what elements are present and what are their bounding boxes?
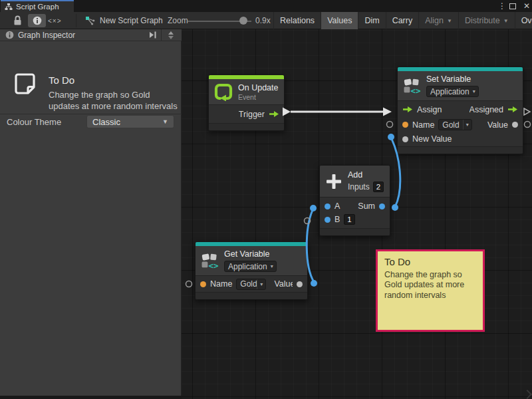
node-add[interactable]: Add Inputs 2 A Sum B 1 <box>319 165 390 236</box>
tab-bar: Script Graph ⋮ ✕ <box>0 0 532 12</box>
name-input-port[interactable] <box>402 122 408 128</box>
toolbar-button-group: Relations Values Dim Carry Align ▼ Distr… <box>273 12 532 29</box>
graph-inspector-panel: Graph Inspector To Do Change the graph s… <box>0 29 182 396</box>
chevron-down-icon: ▼ <box>162 118 168 125</box>
node-on-update[interactable]: On Update Event Trigger <box>208 74 285 131</box>
flow-arrow-icon[interactable] <box>402 106 413 113</box>
colour-theme-select[interactable]: Classic ▼ <box>86 115 174 128</box>
lock-icon[interactable] <box>13 12 22 29</box>
value-output-label: Value <box>487 120 508 130</box>
name-value-dropdown[interactable]: Gold ▾ <box>438 119 471 130</box>
graph-node-icon <box>85 16 96 25</box>
toolbar-divider <box>76 14 76 27</box>
header-divider <box>161 29 162 41</box>
sticky-note-title: To Do <box>384 256 476 267</box>
name-label: Name <box>412 120 434 130</box>
sticky-note[interactable]: To Do Change the graph so Gold updates a… <box>376 249 485 332</box>
scroll-down-icon[interactable] <box>168 36 174 39</box>
chevron-down-icon: ▾ <box>257 279 265 289</box>
inputs-label: Inputs <box>348 182 370 192</box>
scope-value: Application <box>427 87 473 96</box>
dim-button[interactable]: Dim <box>358 12 385 29</box>
assigned-port-label: Assigned <box>469 105 503 114</box>
new-script-graph-button[interactable]: New Script Graph <box>85 12 163 29</box>
relations-button[interactable]: Relations <box>273 12 321 29</box>
info-icon <box>33 16 42 25</box>
overview-button[interactable]: Overview <box>515 12 532 29</box>
window-close-icon[interactable]: ✕ <box>521 0 532 12</box>
value-output-port[interactable] <box>512 122 518 128</box>
zoom-value: 0.9x <box>255 12 271 29</box>
resize-grip[interactable] <box>523 390 532 399</box>
assign-port-label: Assign <box>417 105 442 114</box>
colour-theme-label: Colour Theme <box>7 117 61 127</box>
script-graph-window: Script Graph ⋮ ✕ <×> <box>0 0 532 399</box>
variable-scope-dropdown[interactable]: Application ▾ <box>426 86 479 97</box>
chevron-down-icon: ▼ <box>503 18 509 24</box>
node-header: <> Get Variable Application ▾ <box>196 246 307 276</box>
distribute-button[interactable]: Distribute ▼ <box>458 12 515 29</box>
sum-output-port[interactable] <box>379 203 385 209</box>
inspector-toggle-button[interactable] <box>28 14 46 27</box>
node-set-variable[interactable]: <> Set Variable Application ▾ Assign Ass… <box>397 66 523 154</box>
graph-toolbar: <×> New Script Graph Zoom 0.9x Relations… <box>0 12 532 29</box>
inspector-todo-text: Change the graph so Gold updates at more… <box>49 89 179 112</box>
node-footer <box>320 228 390 235</box>
zoom-label: Zoom <box>168 12 188 29</box>
flow-arrow-icon[interactable] <box>269 110 279 118</box>
new-value-row: New Value <box>398 132 523 146</box>
carry-button[interactable]: Carry <box>386 12 419 29</box>
inspector-todo-title: To Do <box>49 74 74 86</box>
graph-inspector-header: Graph Inspector <box>0 29 182 41</box>
new-value-input-port[interactable] <box>402 136 408 142</box>
variables-icon: <> <box>403 77 421 95</box>
dock-panel-icon[interactable] <box>148 31 157 39</box>
align-button[interactable]: Align ▼ <box>418 12 458 29</box>
sticky-note-icon <box>13 72 37 100</box>
name-input-port[interactable] <box>200 281 206 287</box>
b-value-field[interactable]: 1 <box>344 214 354 225</box>
colour-theme-value: Classic <box>92 117 162 127</box>
loop-event-icon <box>214 82 233 101</box>
variables-icon: <> <box>201 252 219 270</box>
b-input-port[interactable] <box>325 217 331 223</box>
graph-inspector-title: Graph Inspector <box>18 31 144 40</box>
variable-scope-dropdown[interactable]: Application ▾ <box>224 261 277 272</box>
window-menu-icon[interactable]: ⋮ <box>497 0 507 12</box>
value-output-port[interactable] <box>297 281 303 287</box>
zoom-slider-handle[interactable] <box>239 17 247 25</box>
chevron-down-icon: ▾ <box>473 86 478 96</box>
chevron-down-icon: ▾ <box>463 120 471 130</box>
flow-arrow-icon[interactable] <box>507 106 518 113</box>
node-get-variable[interactable]: <> Get Variable Application ▾ Name Gold … <box>195 241 308 300</box>
scroll-up-icon[interactable] <box>168 31 174 35</box>
a-sum-row: A Sum <box>320 200 390 213</box>
code-preview-icon[interactable]: <×> <box>48 12 62 29</box>
divider <box>0 114 182 114</box>
flow-row: Assign Assigned <box>398 101 523 118</box>
tab-label: Script Graph <box>16 3 59 11</box>
b-row: B 1 <box>320 213 390 226</box>
chevron-down-icon: ▼ <box>447 18 452 24</box>
node-title: Get Variable <box>224 249 277 259</box>
window-maximize-icon[interactable] <box>509 0 520 12</box>
scope-value: Application <box>225 262 271 271</box>
b-label: B <box>334 215 340 224</box>
inputs-count-field[interactable]: 2 <box>373 182 384 192</box>
node-title: Set Variable <box>426 74 479 84</box>
graph-tab-icon <box>5 3 13 11</box>
a-input-port[interactable] <box>325 203 331 209</box>
sticky-note-text: Change the graph so Gold updates at more… <box>384 270 479 301</box>
svg-text:<>: <> <box>208 260 218 269</box>
svg-text:<>: <> <box>410 85 420 94</box>
node-header: Add Inputs 2 <box>320 166 390 198</box>
name-row: Name Gold ▾ Value <box>398 118 523 132</box>
tab-script-graph[interactable]: Script Graph <box>1 0 74 12</box>
sum-output-label: Sum <box>358 201 375 211</box>
node-subtitle: Event <box>238 93 278 101</box>
values-button[interactable]: Values <box>321 12 358 29</box>
trigger-port-label: Trigger <box>239 110 265 119</box>
name-value: Gold <box>237 279 257 289</box>
node-title: On Update <box>238 83 278 92</box>
name-value-dropdown[interactable]: Gold ▾ <box>236 279 266 290</box>
